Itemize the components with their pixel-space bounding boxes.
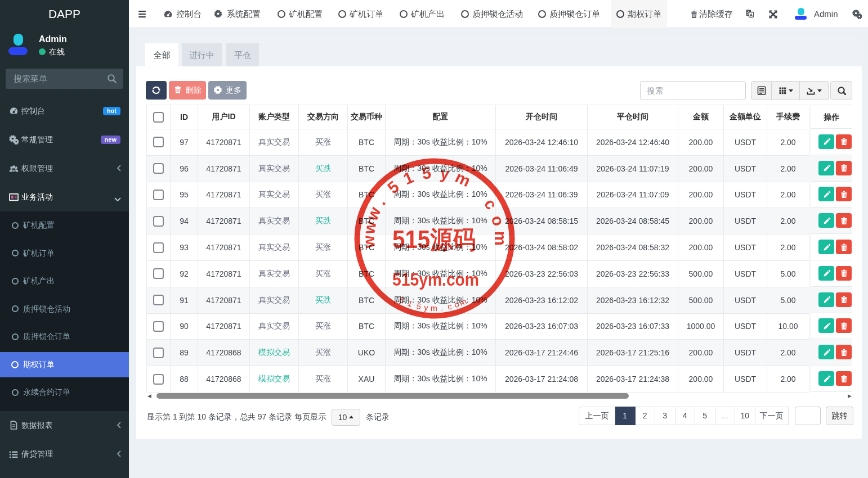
svg-text:A: A [750, 13, 753, 17]
svg-text:.: . [372, 194, 389, 208]
svg-text:m: m [491, 231, 509, 246]
svg-text:515源码: 515源码 [392, 226, 476, 253]
svg-text:1: 1 [406, 299, 414, 309]
svg-text:o: o [488, 213, 508, 228]
svg-text:.: . [440, 303, 444, 312]
svg-text:5: 5 [397, 295, 406, 305]
svg-text:5: 5 [421, 164, 432, 183]
svg-text:5: 5 [384, 178, 402, 197]
svg-text:c: c [481, 196, 501, 213]
svg-text:w: w [360, 235, 378, 250]
svg-text:1: 1 [401, 168, 417, 188]
svg-text:y: y [439, 164, 451, 183]
svg-text:y: y [423, 303, 429, 313]
svg-text:m: m [431, 304, 437, 313]
svg-text:515ym.com: 515ym.com [392, 269, 479, 290]
svg-text:c: c [447, 302, 453, 312]
svg-text:5: 5 [415, 301, 422, 311]
